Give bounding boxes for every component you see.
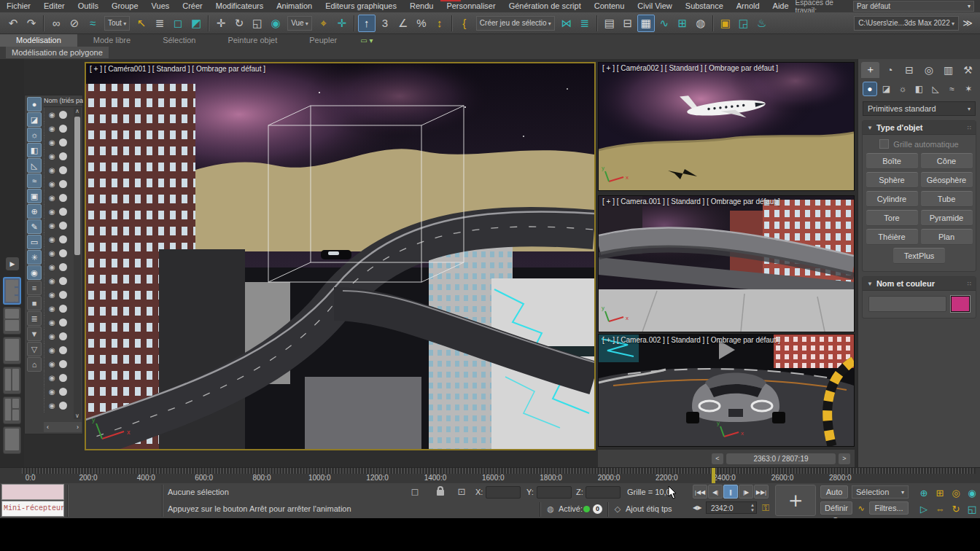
visibility-eye-icon[interactable]: ◉: [49, 263, 55, 271]
select-and-link-icon[interactable]: ∞: [47, 15, 65, 32]
mirror-icon[interactable]: ⋈: [558, 15, 575, 32]
window-crossing-icon[interactable]: ◩: [187, 15, 205, 32]
menu-item[interactable]: Aide: [766, 0, 796, 12]
key-mode-toggle-icon[interactable]: ⚿: [759, 501, 772, 515]
list-view-icon[interactable]: ≡: [27, 281, 42, 295]
key-tangent-icon[interactable]: ∿: [855, 501, 868, 515]
menu-item[interactable]: Modificateurs: [209, 0, 270, 12]
previous-clip-button[interactable]: <: [712, 453, 723, 464]
object-color-dot-icon[interactable]: [59, 235, 67, 243]
bind-to-space-warp-icon[interactable]: ≈: [84, 15, 101, 32]
menu-item[interactable]: Civil View: [631, 0, 678, 12]
object-type-rollout-header[interactable]: ▼ Type d'objet ∷: [863, 121, 976, 135]
mini-listener-label[interactable]: Mini-récepteur: [1, 501, 64, 517]
explorer-row[interactable]: ◉: [44, 302, 73, 316]
select-and-scale-icon[interactable]: ◱: [249, 15, 266, 32]
explorer-row[interactable]: ◉: [44, 371, 73, 385]
menu-item[interactable]: Animation: [270, 0, 319, 12]
tab-hierarchy[interactable]: ⊟: [901, 62, 919, 78]
visibility-eye-icon[interactable]: ◉: [49, 180, 55, 188]
selection-filter-dropdown[interactable]: Tout: [104, 16, 130, 31]
cat-lights[interactable]: ☼: [895, 82, 910, 96]
object-color-dot-icon[interactable]: [59, 360, 67, 368]
primitive-button[interactable]: Géosphère: [921, 172, 973, 188]
menu-item[interactable]: Editeurs graphiques: [319, 0, 403, 12]
timeline-playhead[interactable]: [712, 468, 715, 484]
orbit-icon[interactable]: ↻: [948, 501, 964, 517]
explorer-row[interactable]: ◉: [44, 288, 73, 302]
object-color-dot-icon[interactable]: [59, 305, 67, 313]
object-color-dot-icon[interactable]: [59, 166, 67, 174]
render-setup-icon[interactable]: ▣: [717, 15, 734, 32]
primitive-button[interactable]: Cylindre: [866, 191, 918, 207]
zoom-extents-all-icon[interactable]: ◉: [964, 485, 980, 501]
render-production-icon[interactable]: ♨: [753, 15, 771, 32]
scroll-left-icon[interactable]: ‹: [47, 423, 49, 431]
visibility-eye-icon[interactable]: ◉: [49, 194, 55, 202]
percent-snap-icon[interactable]: %: [413, 15, 430, 32]
zoom-extents-icon[interactable]: ◎: [948, 485, 964, 501]
viewport-camera-002[interactable]: xy [ + ] [ Camera.002 ] [ Standard ] [ O…: [598, 334, 855, 447]
explorer-row[interactable]: ◉: [44, 136, 73, 149]
explorer-horizontal-scrollbar[interactable]: ‹ ›: [44, 422, 82, 432]
explorer-row[interactable]: ◉: [44, 205, 73, 219]
menu-item[interactable]: Editer: [37, 0, 71, 12]
select-and-move-icon[interactable]: ✛: [212, 15, 230, 32]
lights-filter-icon[interactable]: ☼: [27, 128, 42, 142]
tab-utilities[interactable]: ⚒: [959, 62, 977, 78]
track-bar[interactable]: ≡ ∿ 0:0200:0400:0600:0800:01000:01200:01…: [0, 467, 980, 484]
tab-create[interactable]: ＋: [861, 62, 879, 78]
set-keys-button[interactable]: ＋: [775, 485, 816, 516]
visibility-eye-icon[interactable]: ◉: [49, 402, 55, 410]
visibility-eye-icon[interactable]: ◉: [49, 277, 55, 285]
maximize-viewport-icon[interactable]: ◱: [964, 501, 980, 517]
primitive-button[interactable]: Théière: [866, 229, 918, 245]
filter-selected-icon[interactable]: ▽: [27, 342, 42, 356]
visibility-eye-icon[interactable]: ◉: [49, 249, 55, 257]
x-coordinate-field[interactable]: [486, 486, 521, 499]
spacewarps-filter-icon[interactable]: ≈: [27, 173, 42, 188]
bones-filter-icon[interactable]: ✎: [27, 219, 42, 234]
viewport-camera002[interactable]: xy [ + ] [ Caméra002 ] [ Standard ] [ Om…: [598, 62, 855, 191]
redo-icon[interactable]: ↷: [23, 15, 40, 32]
key-step-icons[interactable]: ◀▶: [693, 504, 701, 511]
viewport-camera-001[interactable]: xy [ + ] [ Camera.001 ] [ Standard ] [ O…: [598, 195, 855, 332]
tab-display[interactable]: ▥: [939, 62, 957, 78]
auto-key-button[interactable]: Auto: [820, 485, 848, 499]
layout-preset[interactable]: [3, 396, 21, 424]
current-frame-field[interactable]: 2342:0 ▲▼: [706, 501, 757, 514]
go-to-end-button[interactable]: ▶▶|: [754, 485, 769, 499]
explorer-row[interactable]: ◉: [44, 329, 73, 343]
tab-mode-libre[interactable]: Mode libre: [77, 34, 147, 47]
menu-item[interactable]: Rendu: [403, 0, 440, 12]
explorer-row[interactable]: ◉: [44, 399, 73, 413]
object-color-dot-icon[interactable]: [59, 249, 67, 257]
primitive-button[interactable]: Boîte: [866, 153, 918, 169]
shapes-filter-icon[interactable]: ◪: [27, 112, 42, 127]
containers-filter-icon[interactable]: ▭: [27, 235, 42, 249]
reference-coordinate-dropdown[interactable]: Vue: [287, 16, 312, 31]
schematic-view-icon[interactable]: ⊞: [674, 15, 691, 32]
named-selection-sets-icon[interactable]: {: [456, 15, 473, 32]
groups-filter-icon[interactable]: ⊕: [27, 204, 42, 219]
tab-motion[interactable]: ◎: [919, 62, 938, 78]
tab-selection[interactable]: Sélection: [147, 34, 211, 47]
filter-icon[interactable]: ▼: [27, 327, 42, 341]
viewport-label[interactable]: [ + ] [ Camera.001 ] [ Standard ] [ Ombr…: [602, 198, 780, 206]
object-color-dot-icon[interactable]: [59, 180, 67, 188]
hidden-filter-icon[interactable]: ◉: [27, 265, 42, 280]
zoom-icon[interactable]: ⊕: [916, 485, 932, 501]
menu-item[interactable]: Fichier: [0, 0, 37, 12]
select-by-name-icon[interactable]: ≣: [151, 15, 168, 32]
properties-view-icon[interactable]: ≣: [27, 311, 42, 326]
object-color-dot-icon[interactable]: [59, 111, 67, 119]
visibility-eye-icon[interactable]: ◉: [49, 388, 55, 396]
name-color-rollout-header[interactable]: ▼ Nom et couleur ∷: [863, 277, 976, 291]
viewport-label[interactable]: [ + ] [ Camera.002 ] [ Standard ] [ Ombr…: [602, 336, 780, 344]
menu-item[interactable]: Vues: [145, 0, 176, 12]
visibility-eye-icon[interactable]: ◉: [49, 222, 55, 230]
cat-spacewarps[interactable]: ≈: [945, 82, 960, 96]
align-icon[interactable]: ≣: [576, 15, 594, 32]
snap-3d-icon[interactable]: 3: [376, 15, 394, 32]
object-color-dot-icon[interactable]: [59, 374, 67, 382]
